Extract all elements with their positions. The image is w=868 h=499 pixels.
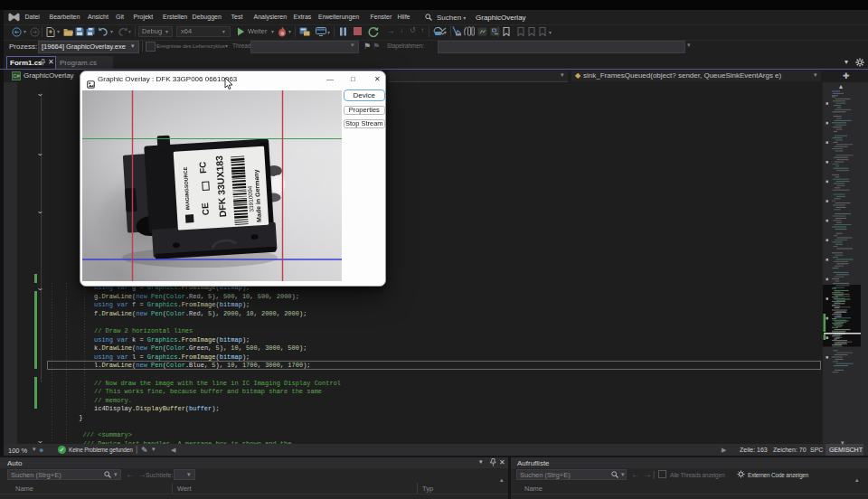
- svg-text:FC: FC: [197, 161, 208, 174]
- svg-text:CE: CE: [200, 202, 211, 216]
